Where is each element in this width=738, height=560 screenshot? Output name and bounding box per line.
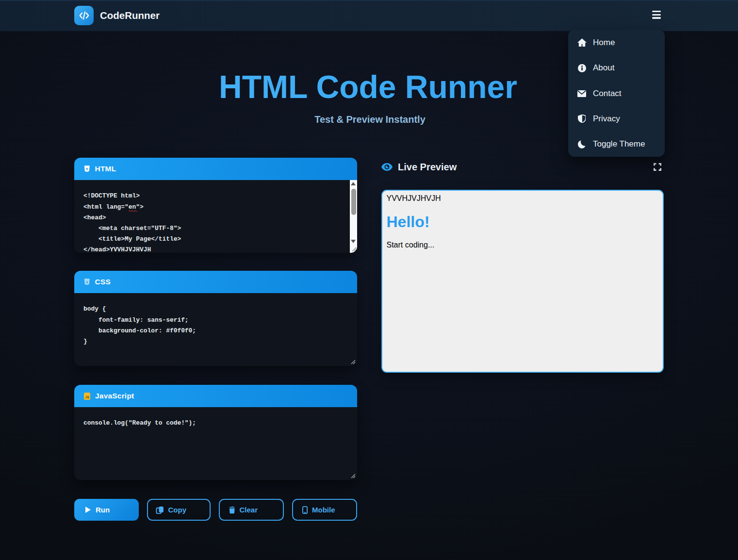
svg-text:3: 3 xyxy=(86,280,88,284)
svg-text:JS: JS xyxy=(85,395,90,399)
svg-text:5: 5 xyxy=(86,167,88,171)
